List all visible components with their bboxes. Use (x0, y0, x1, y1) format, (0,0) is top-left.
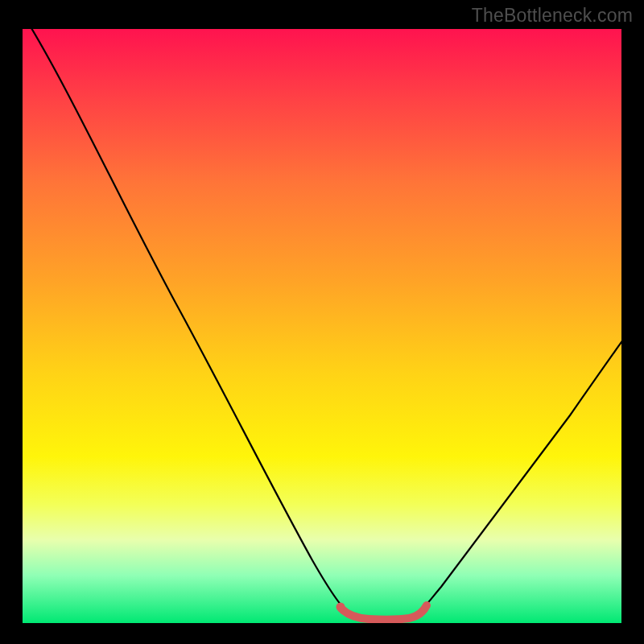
watermark-text: TheBottleneck.com (472, 5, 633, 27)
chart-frame: TheBottleneck.com (0, 0, 644, 644)
optimal-zone-marker-path (341, 605, 427, 620)
chart-svg (23, 29, 621, 623)
bottleneck-curve-path (29, 29, 621, 619)
chart-plot-area (23, 29, 621, 623)
optimal-zone-left-dot (336, 603, 345, 612)
